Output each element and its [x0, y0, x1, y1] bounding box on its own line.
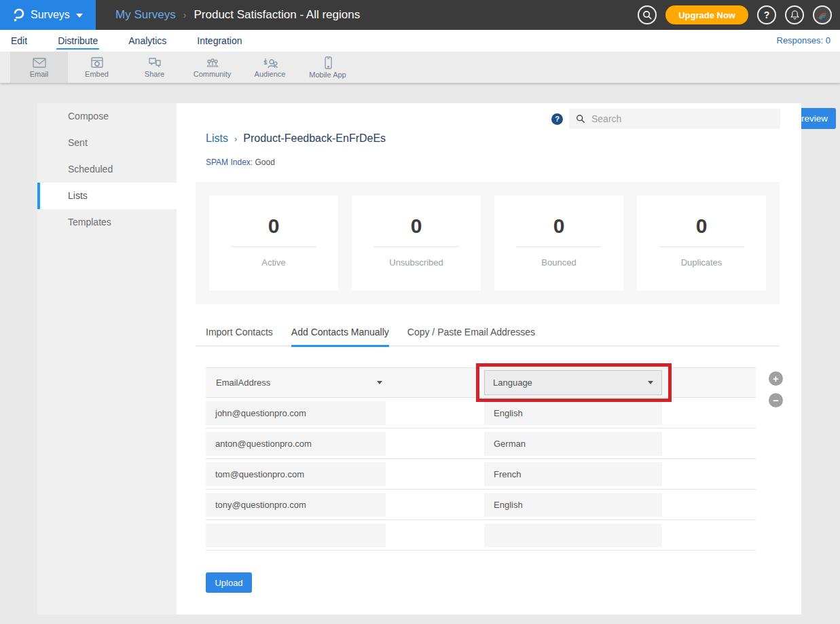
list-stats: 0 Active 0 Unsubscribed 0 Bounced 0 Dupl… — [196, 182, 780, 304]
search-input[interactable] — [591, 113, 773, 124]
email-column-label: EmailAddress — [216, 378, 270, 388]
community-icon — [205, 57, 220, 69]
stat-value: 0 — [494, 215, 623, 238]
product-switcher[interactable]: Surveys — [0, 0, 96, 30]
language-field[interactable]: English — [484, 493, 662, 517]
channel-label: Email — [30, 70, 49, 78]
nav-tab-integration[interactable]: Integration — [196, 32, 243, 50]
nav-tab-analytics[interactable]: Analytics — [127, 32, 168, 50]
breadcrumb-separator: › — [183, 10, 187, 20]
email-field[interactable]: anton@questionpro.com — [206, 432, 386, 456]
upgrade-now-button[interactable]: Upgrade Now — [665, 5, 748, 24]
table-row: tom@questionpro.com French — [206, 459, 756, 490]
mobile-app-icon — [321, 56, 335, 70]
table-row — [206, 520, 756, 551]
tab-import-contacts[interactable]: Import Contacts — [206, 327, 273, 347]
stat-value: 0 — [352, 215, 481, 238]
question-mark-icon: ? — [764, 10, 770, 20]
embed-icon — [90, 57, 104, 69]
contacts-rows: john@questionpro.com English anton@quest… — [206, 398, 756, 551]
stat-label: Active — [209, 257, 338, 268]
channel-audience[interactable]: Audience — [241, 52, 299, 83]
stat-value: 0 — [209, 215, 338, 238]
sidebar-item-templates[interactable]: Templates — [37, 209, 177, 236]
channel-label: Mobile App — [309, 71, 346, 79]
list-name: Product-Feedback-EnFrDeEs — [243, 132, 386, 145]
channel-embed[interactable]: Embed — [68, 52, 126, 83]
product-name: Surveys — [31, 9, 70, 21]
spam-index-label: SPAM Index: — [206, 158, 253, 167]
email-field[interactable]: john@questionpro.com — [206, 401, 386, 425]
help-button[interactable]: ? — [757, 5, 776, 24]
nav-tab-edit[interactable]: Edit — [10, 32, 29, 50]
survey-nav: Edit Distribute Analytics Integration Re… — [0, 30, 840, 52]
breadcrumb: My Surveys › Product Satisfaction - All … — [115, 0, 360, 30]
channel-label: Community — [194, 70, 232, 78]
sidebar-item-scheduled[interactable]: Scheduled — [37, 156, 177, 183]
nav-tab-distribute[interactable]: Distribute — [56, 32, 99, 50]
channel-mobile-app[interactable]: Mobile App — [299, 52, 357, 83]
remove-row-button[interactable]: − — [769, 393, 783, 407]
stat-label: Unsubscribed — [352, 257, 481, 268]
table-row: john@questionpro.com English — [206, 398, 756, 428]
search-icon — [642, 10, 653, 20]
table-row: anton@questionpro.com German — [206, 428, 756, 459]
table-row: tony@questionpro.com English — [206, 490, 756, 520]
responses-count: Responses: 0 — [777, 30, 831, 52]
page-title: Product Satisfaction - All regions — [194, 8, 360, 22]
audience-icon — [262, 57, 278, 69]
email-field[interactable] — [206, 524, 386, 547]
contacts-tabs: Import Contacts Add Contacts Manually Co… — [196, 327, 780, 346]
language-field[interactable]: German — [484, 432, 662, 456]
stat-card-unsubscribed: 0 Unsubscribed — [352, 196, 481, 291]
share-icon — [147, 57, 162, 69]
stat-card-active: 0 Active — [209, 196, 338, 291]
distribute-toolbar: Email Embed Share Community — [0, 52, 840, 83]
avatar-logo-icon — [816, 8, 829, 22]
divider — [373, 246, 459, 247]
tab-add-contacts-manually[interactable]: Add Contacts Manually — [291, 327, 389, 347]
channel-label: Audience — [255, 70, 286, 78]
channel-email[interactable]: Email — [10, 52, 68, 83]
language-field[interactable] — [484, 524, 662, 547]
email-sidebar: Compose Sent Scheduled Lists Templates — [37, 103, 177, 614]
channel-share[interactable]: Share — [126, 52, 183, 83]
upload-button[interactable]: Upload — [206, 572, 252, 593]
email-field[interactable]: tony@questionpro.com — [206, 493, 386, 517]
add-row-button[interactable]: + — [769, 371, 783, 386]
language-field[interactable]: French — [484, 462, 662, 486]
sidebar-item-lists[interactable]: Lists — [37, 183, 177, 209]
channel-label: Share — [145, 70, 164, 78]
stat-label: Duplicates — [637, 257, 766, 268]
list-search — [569, 109, 780, 129]
app-root: Surveys My Surveys › Product Satisfactio… — [0, 0, 840, 624]
main-panel: ? Lists › Product-Feedback-EnFrDeEs SPAM… — [177, 103, 801, 614]
avatar[interactable] — [813, 5, 832, 24]
sidebar-item-compose[interactable]: Compose — [37, 103, 177, 130]
stat-card-bounced: 0 Bounced — [494, 196, 623, 291]
language-column-label: Language — [493, 378, 532, 388]
row-controls: + − — [769, 371, 783, 407]
list-breadcrumb: Lists › Product-Feedback-EnFrDeEs — [206, 132, 386, 145]
chevron-down-icon — [76, 14, 83, 18]
questionpro-logo-icon — [11, 7, 24, 22]
top-header: Surveys My Surveys › Product Satisfactio… — [0, 0, 840, 30]
language-column-select[interactable]: Language — [484, 370, 662, 395]
breadcrumb-lists-link[interactable]: Lists — [206, 132, 228, 145]
email-column-select[interactable]: EmailAddress — [216, 368, 382, 397]
stat-label: Bounced — [494, 257, 623, 268]
email-field[interactable]: tom@questionpro.com — [206, 462, 386, 486]
sidebar-item-sent[interactable]: Sent — [37, 130, 177, 156]
spam-index-value: Good — [255, 158, 274, 167]
search-button[interactable] — [638, 5, 657, 24]
contacts-table-header: EmailAddress Language — [206, 367, 756, 398]
language-field[interactable]: English — [484, 401, 662, 425]
divider — [659, 246, 744, 247]
help-circle-icon[interactable]: ? — [551, 113, 563, 125]
header-actions: Upgrade Now ? — [638, 5, 832, 24]
tab-copy-paste-email-addresses[interactable]: Copy / Paste Email Addresses — [407, 327, 535, 347]
channel-community[interactable]: Community — [183, 52, 241, 83]
notifications-button[interactable] — [785, 5, 804, 24]
divider — [231, 246, 316, 247]
breadcrumb-my-surveys[interactable]: My Surveys — [115, 8, 176, 22]
